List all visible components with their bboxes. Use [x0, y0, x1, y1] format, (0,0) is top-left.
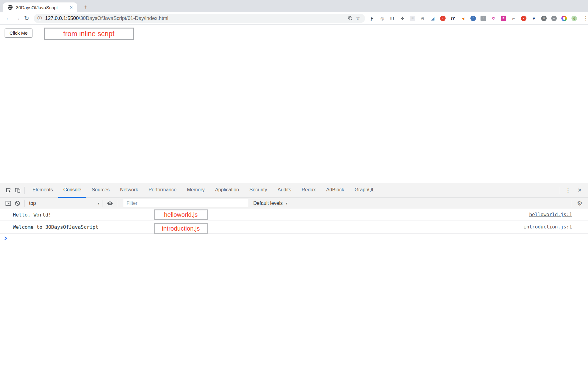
console-source-link[interactable]: introduction.js:1 [523, 224, 572, 230]
columns-icon[interactable]: ❚❚ [390, 16, 395, 21]
log-levels-label: Default levels [253, 201, 283, 206]
onetab-icon[interactable]: ▪ [521, 16, 526, 21]
inline-script-box: from inline script [44, 28, 134, 40]
g-circle-icon[interactable]: G [541, 16, 547, 21]
megaphone-icon[interactable]: ◄ [460, 16, 466, 21]
tab-title: 30DaysOfJavaScript [16, 5, 68, 10]
reload-icon[interactable]: ↻ [22, 14, 31, 23]
devtools-tab-bar-right: ⋮ ✕ [556, 187, 585, 194]
page-content: Click Me from inline script [0, 25, 588, 183]
devtools-tab[interactable]: Audits [272, 183, 296, 198]
devtools-tabs: ElementsConsoleSourcesNetworkPerformance… [27, 183, 380, 198]
devtools-tab[interactable]: Security [244, 183, 272, 198]
heart-search-icon[interactable]: ♥ [531, 16, 537, 21]
tab-close-icon[interactable]: ✕ [68, 5, 74, 10]
zoom-magnifier-icon[interactable] [346, 14, 354, 22]
console-output: Hello, World! helloworld.js:1 Welcome to… [0, 209, 588, 243]
context-label: top [29, 201, 36, 206]
console-filter-input[interactable] [123, 199, 248, 207]
dropdown-arrow-icon: ▼ [97, 202, 100, 205]
url-text[interactable]: 127.0.0.1:5500/30DaysOfJavaScript/01-Day… [45, 15, 346, 21]
gear-tile-icon[interactable]: ✿ [501, 16, 506, 21]
w-circle-icon[interactable]: W [551, 16, 557, 21]
devtools-tab[interactable]: Application [210, 183, 244, 198]
console-prompt[interactable] [0, 234, 588, 243]
url-path: /30DaysOfJavaScript/01-Day/index.html [79, 15, 168, 21]
devtools-tab-bar: ElementsConsoleSourcesNetworkPerformance… [0, 183, 588, 198]
browser-menu-icon[interactable]: ⋮ [581, 15, 588, 21]
toolbar-separator [103, 200, 103, 207]
devtools-tab[interactable]: Sources [86, 183, 115, 198]
console-toolbar-right: ⚙ [569, 200, 585, 207]
toolbar-separator [24, 200, 25, 207]
annotation-helloworld: helloworld.js [154, 209, 208, 220]
console-message: Welcome to 30DaysOfJavaScript [13, 224, 98, 230]
context-selector[interactable]: top ▼ [29, 201, 100, 206]
whatfont-icon[interactable]: f? [450, 16, 456, 21]
console-source-link[interactable]: helloworld.js:1 [529, 212, 572, 217]
devtools-tab[interactable]: Redux [296, 183, 321, 198]
devtools-tab[interactable]: Performance [143, 183, 182, 198]
forward-icon[interactable]: → [13, 14, 22, 23]
inspect-element-icon[interactable] [4, 186, 13, 195]
clear-console-icon[interactable] [13, 199, 22, 208]
browser-toolbar: ← → ↻ ⓘ 127.0.0.1:5500/30DaysOfJavaScrip… [0, 12, 588, 25]
orbit-icon[interactable]: ◎ [379, 16, 385, 21]
camera-icon[interactable]: • [481, 16, 486, 21]
devtools-close-icon[interactable]: ✕ [575, 187, 585, 194]
toolbar-separator [117, 200, 117, 207]
log-levels-selector[interactable]: Default levels ▼ [253, 201, 288, 206]
back-icon[interactable]: ← [4, 14, 13, 23]
fonts-ninja-icon[interactable]: Ƒ [369, 16, 375, 21]
address-bar[interactable]: ⓘ 127.0.0.1:5500/30DaysOfJavaScript/01-D… [34, 14, 365, 23]
browser-window: 30DaysOfJavaScript ✕ + ← → ↻ ⓘ 127.0.0.1… [0, 0, 588, 368]
devtools-tab[interactable]: GraphQL [349, 183, 380, 198]
prompt-chevron-icon [4, 236, 8, 240]
pipe-corner-icon[interactable]: ⌐ [511, 16, 516, 21]
console-row: Hello, World! helloworld.js:1 [0, 209, 588, 220]
annotation-introduction: introduction.js [154, 223, 208, 234]
tab-strip: 30DaysOfJavaScript ✕ + [0, 0, 588, 12]
devtools-tab[interactable]: Memory [182, 183, 210, 198]
devtools-tab[interactable]: AdBlock [321, 183, 349, 198]
console-settings-gear-icon[interactable]: ⚙ [575, 200, 585, 207]
devtools-tab[interactable]: Network [115, 183, 143, 198]
devtools-menu-icon[interactable]: ⋮ [562, 187, 575, 194]
devtools-tab[interactable]: Console [58, 183, 87, 198]
console-sidebar-toggle-icon[interactable] [4, 199, 13, 208]
stop-hand-icon[interactable]: ✦ [440, 16, 446, 21]
url-host: 127.0.0.1:5500 [45, 15, 79, 21]
inline-script-text: from inline script [63, 30, 114, 38]
devtools-separator [559, 187, 559, 194]
sphere-icon[interactable]: ◠ [470, 16, 476, 21]
console-message: Hello, World! [13, 212, 51, 218]
devtools-panel: ElementsConsoleSourcesNetworkPerformance… [0, 183, 588, 368]
paren-dash-icon[interactable]: ⊖ [420, 16, 425, 21]
eyedropper-icon[interactable]: ◢ [430, 16, 435, 21]
json-braces-icon[interactable]: {} [571, 16, 577, 21]
console-row: Welcome to 30DaysOfJavaScript introducti… [0, 220, 588, 234]
live-expression-eye-icon[interactable] [105, 199, 115, 208]
site-info-icon[interactable]: ⓘ [37, 15, 42, 21]
click-me-button[interactable]: Click Me [5, 29, 32, 38]
flower-tile-icon[interactable]: ✻ [410, 16, 415, 21]
dropdown-arrow-icon: ▼ [285, 202, 288, 205]
extensions-bar: Ƒ◎❚❚✤✻⊖◢✦f?◄◠•✡✿⌐▪♥GW{} [369, 16, 577, 21]
hexagram-icon[interactable]: ✡ [491, 16, 496, 21]
new-tab-button[interactable]: + [81, 3, 90, 11]
globe-favicon-icon [7, 5, 13, 10]
device-toolbar-icon[interactable] [13, 186, 22, 195]
bookmark-star-icon[interactable]: ☆ [354, 14, 362, 22]
devtools-separator [24, 187, 25, 194]
bug-icon[interactable]: ✤ [400, 16, 405, 21]
devtools-tab[interactable]: Elements [27, 183, 58, 198]
toolbar-separator [572, 200, 572, 207]
console-rows: Hello, World! helloworld.js:1 Welcome to… [0, 209, 588, 234]
colorwheel-icon[interactable] [561, 16, 567, 21]
browser-tab[interactable]: 30DaysOfJavaScript ✕ [3, 2, 77, 12]
console-toolbar: top ▼ Default levels ▼ ⚙ [0, 198, 588, 209]
